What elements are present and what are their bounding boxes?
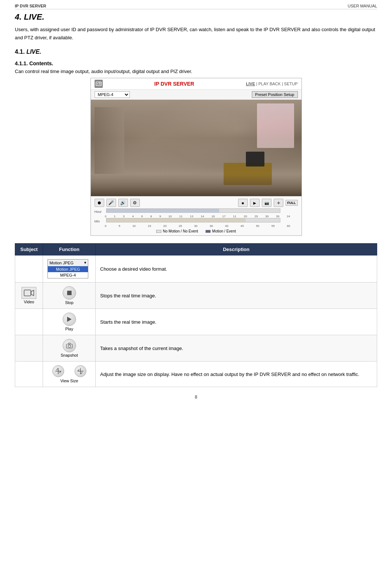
function-cell-stop: Stop — [43, 283, 96, 309]
snapshot-btn[interactable]: 📷 — [262, 199, 271, 207]
shelf-left — [95, 107, 124, 174]
svg-point-7 — [68, 345, 70, 347]
camera-feed — [91, 100, 302, 196]
desc-cell-play: Starts the real time image. — [96, 309, 377, 335]
desc-cell-stop: Stops the real time image. — [96, 283, 377, 309]
screenshot-wrapper: IP DVR SERVER LIVE | PLAY BACK | SETUP M… — [15, 78, 377, 236]
hour-timeline: Hour — [95, 208, 298, 214]
screenshot-app-title: IP DVR SERVER — [103, 81, 246, 87]
full-screen-btn[interactable]: FULL — [286, 200, 298, 206]
timeline-legend: No Motion / No Event Motion / Event — [95, 229, 298, 233]
preset-position-btn[interactable]: Preset Position Setup — [252, 91, 298, 98]
view-size-btn-1[interactable] — [52, 365, 64, 377]
screenshot-nav: LIVE | PLAY BACK | SETUP — [246, 82, 297, 86]
format-dropdown-visual: Motion JPEG ▾ Motion JPEG MPEG-4 — [47, 259, 88, 278]
ptz-btn[interactable]: ⚙ — [130, 199, 140, 207]
min-numbers: 051015202530364045505560 — [105, 224, 290, 228]
header-right: USER MANUAL — [348, 4, 377, 8]
subsection-name: Contents. — [29, 60, 53, 66]
table-row: Play Starts the real time image. — [15, 309, 377, 335]
record-btn[interactable]: ⏺ — [95, 199, 104, 207]
subsection-title: 4.1.1. Contents. — [15, 60, 377, 66]
legend-no-motion: No Motion / No Event — [156, 229, 198, 233]
chapter-title: 4. LIVE. — [15, 12, 377, 22]
play-function-btn[interactable] — [63, 313, 76, 326]
min-timeline: Min — [95, 218, 298, 224]
screenshot-controls: MPEG-4 Motion JPEG Preset Position Setup — [91, 90, 302, 100]
svg-rect-8 — [68, 343, 70, 344]
store-monitor — [246, 152, 264, 166]
view-size-icons — [47, 365, 91, 378]
subject-cell-snapshot — [15, 335, 43, 362]
min-bar[interactable] — [106, 218, 280, 222]
function-table: Subject Function Description Motion JPEG… — [15, 243, 377, 387]
function-cell-snapshot: Snapshot — [43, 335, 96, 362]
view-size-btn-2[interactable] — [75, 365, 86, 377]
legend-motion: Motion / Event — [205, 229, 236, 233]
table-row: Snapshot Takes a snapshot of the current… — [15, 335, 377, 362]
hour-numbers: 0134689101113141617112029393924 — [105, 215, 290, 218]
header-left: IP DVR SERVER — [15, 4, 46, 8]
function-cell-viewsize: View Size — [43, 362, 96, 387]
col-subject: Subject — [15, 244, 43, 255]
mic-btn[interactable]: 🎤 — [106, 199, 116, 207]
snapshot-function-btn[interactable] — [63, 339, 76, 352]
svg-rect-4 — [24, 290, 31, 296]
desc-cell-format: Choose a desired video format. — [96, 255, 377, 283]
chapter-name: LIVE. — [24, 12, 44, 22]
svg-point-1 — [97, 83, 98, 85]
stop-btn[interactable]: ■ — [238, 199, 248, 207]
dropdown-option-mjpeg[interactable]: Motion JPEG — [48, 266, 88, 272]
move-btn[interactable]: ✛ — [274, 199, 283, 207]
chapter-intro: Users, with assigned user ID and passwor… — [15, 26, 377, 42]
dropdown-option-mpeg4[interactable]: MPEG-4 — [48, 272, 88, 278]
table-row: Video Stop Stops the real time image. — [15, 283, 377, 309]
svg-rect-2 — [99, 83, 101, 83]
screenshot-titlebar: IP DVR SERVER LIVE | PLAY BACK | SETUP — [91, 78, 302, 90]
page-number: 8 — [15, 395, 377, 400]
desc-cell-snapshot: Takes a snapshot of the current image. — [96, 335, 377, 362]
svg-marker-5 — [31, 290, 34, 296]
function-cell-play: Play — [43, 309, 96, 335]
subject-cell-play — [15, 309, 43, 335]
screenshot-box: IP DVR SERVER LIVE | PLAY BACK | SETUP M… — [90, 78, 302, 236]
play-btn[interactable]: ▶ — [250, 199, 260, 207]
section-name: LIVE. — [26, 49, 41, 55]
timeline-area: ⏺ 🎤 🔊 ⚙ ■ ▶ 📷 — [91, 196, 302, 235]
dvr-icon — [95, 80, 103, 88]
col-description: Description — [96, 244, 377, 255]
video-subject-icon — [22, 287, 36, 299]
svg-rect-3 — [99, 84, 101, 85]
playback-controls: ⏺ 🎤 🔊 ⚙ ■ ▶ 📷 — [95, 199, 298, 207]
clothing-rack — [257, 103, 294, 148]
function-cell-format: Motion JPEG ▾ Motion JPEG MPEG-4 — [43, 255, 96, 283]
section-title: 4.1. LIVE. — [15, 49, 377, 55]
subject-cell-viewsize — [15, 362, 43, 387]
col-function: Function — [43, 244, 96, 255]
speaker-btn[interactable]: 🔊 — [118, 199, 128, 207]
nav-live[interactable]: LIVE — [246, 82, 255, 86]
table-row: View Size Adjust the image size on displ… — [15, 362, 377, 387]
stop-function-btn[interactable] — [63, 286, 76, 300]
subject-cell-format — [15, 255, 43, 283]
desc-cell-viewsize: Adjust the image size on display. Have n… — [96, 362, 377, 387]
subsection-desc: Can control real time image output, audi… — [15, 69, 377, 74]
format-select[interactable]: MPEG-4 Motion JPEG — [95, 91, 130, 98]
subject-cell-video: Video — [15, 283, 43, 309]
page-header: IP DVR SERVER USER MANUAL — [15, 4, 377, 9]
table-row: Motion JPEG ▾ Motion JPEG MPEG-4 Choose … — [15, 255, 377, 283]
hour-bar[interactable] — [106, 208, 280, 213]
